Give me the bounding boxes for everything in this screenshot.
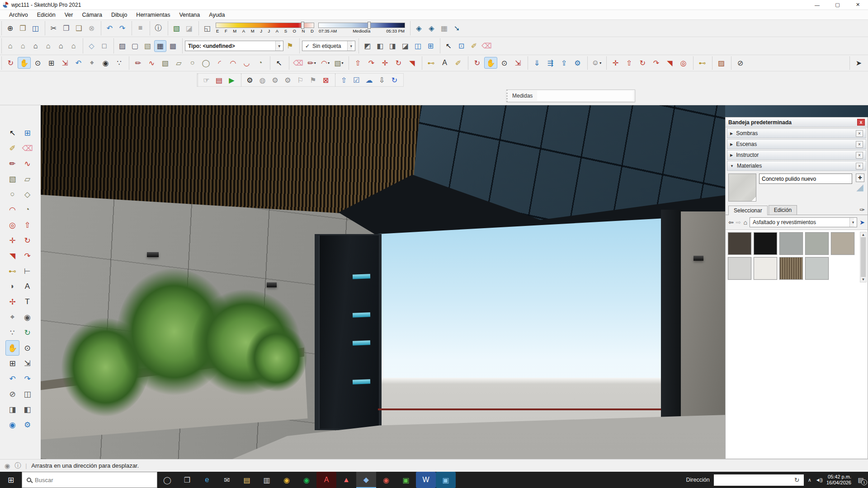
rotated-rectangle-tool[interactable]: ▱ <box>20 171 34 187</box>
maximize-button[interactable]: ▢ <box>827 0 848 9</box>
save-button[interactable]: ◫ <box>29 22 42 34</box>
material-swatch[interactable] <box>779 232 803 255</box>
classifier-boxes-button[interactable]: ▦ <box>438 22 450 34</box>
show-hidden-icons[interactable]: ∧ <box>808 477 811 483</box>
position-camera-button[interactable]: ⌖ <box>85 57 99 69</box>
render-stop-button[interactable]: ⊠ <box>320 74 332 86</box>
text-tool[interactable]: A <box>20 279 34 294</box>
offset-tool[interactable]: ◎ <box>5 217 19 233</box>
menu-item[interactable]: Herramientas <box>132 10 175 19</box>
tape-measure-button[interactable]: ⊷ <box>425 57 438 69</box>
render-camera-button[interactable]: ⚙ <box>244 74 256 86</box>
expand-arrow-icon[interactable]: ▶ <box>730 131 733 136</box>
interact-tool-button[interactable]: ☞ <box>200 74 212 86</box>
store-icon[interactable]: ▥ <box>257 472 277 488</box>
previous-view-tool[interactable]: ↶ <box>5 371 19 386</box>
new-button[interactable]: ⊕ <box>4 22 16 34</box>
position-camera-tool[interactable]: ⌖ <box>5 310 19 325</box>
geolocation-tool[interactable]: ◉ <box>5 417 19 432</box>
render-flag2-button[interactable]: ⚑ <box>307 74 319 86</box>
component-blue2-button[interactable]: ⊞ <box>425 40 437 52</box>
orbit-tool[interactable]: ↻ <box>20 325 34 340</box>
view-front-button[interactable]: ⌂ <box>29 40 42 52</box>
section-plane-tool[interactable]: ⊘ <box>5 386 19 402</box>
select-tool[interactable]: ↖ <box>5 125 19 141</box>
menu-item[interactable]: Ver <box>60 10 78 19</box>
classifier-select-button[interactable]: ◈ <box>413 22 425 34</box>
run-animation-button[interactable]: ▶ <box>226 74 238 86</box>
extensions-tool[interactable]: ⚙ <box>20 417 34 432</box>
acrobat-icon[interactable]: ▲ <box>336 472 356 488</box>
zoom-extents-button[interactable]: ⇲ <box>58 57 71 69</box>
zoom-button[interactable]: ⊙ <box>31 57 44 69</box>
edge-icon[interactable]: e <box>197 472 217 488</box>
tab-seleccionar[interactable]: Seleccionar <box>728 206 768 215</box>
push-pull-button[interactable]: ⇧ <box>351 57 364 69</box>
chevron-down-icon[interactable]: ▾ <box>347 41 352 51</box>
menu-item[interactable]: Dibujo <box>107 10 132 19</box>
menu-item[interactable]: Cámara <box>77 10 106 19</box>
zoom-extents-tool[interactable]: ⇲ <box>20 356 34 371</box>
delete-button[interactable]: ⊗ <box>85 22 98 34</box>
checkbox-button[interactable]: ☑ <box>350 74 363 86</box>
arc-tool[interactable]: ◠ <box>5 202 19 217</box>
line-menu-button[interactable]: ✏▾ <box>305 57 318 69</box>
create-material-button[interactable]: ✚ <box>856 174 864 182</box>
chrome-icon[interactable]: ◉ <box>277 472 297 488</box>
dimension-text-button[interactable]: A <box>438 57 451 69</box>
measurements-input[interactable] <box>537 91 633 101</box>
refresh-button[interactable]: ↻ <box>790 474 804 486</box>
spotify-icon[interactable]: ◉ <box>297 472 316 488</box>
warehouse-download-button[interactable]: ⇓ <box>530 57 543 69</box>
style-wireframe-button[interactable]: □ <box>98 40 110 52</box>
model-viewport[interactable] <box>41 105 725 459</box>
view-right-button[interactable]: ⌂ <box>42 40 54 52</box>
three-point-arc-button[interactable]: ◡ <box>240 57 253 69</box>
move-tool[interactable]: ✛ <box>5 233 19 248</box>
shadow-time-handle[interactable] <box>368 22 371 29</box>
task-view-icon[interactable]: ❒ <box>177 472 197 488</box>
cloud-upload-button[interactable]: ☁ <box>363 74 375 86</box>
section-display-tool[interactable]: ◫ <box>20 386 34 402</box>
copy-button[interactable]: ❐ <box>60 22 72 34</box>
component-mixed-button[interactable]: ◪ <box>399 40 411 52</box>
move-button[interactable]: ✛ <box>378 57 392 69</box>
details-view-button[interactable]: ➤ <box>859 219 865 226</box>
walk-tool[interactable]: ∵ <box>5 325 19 340</box>
open-button[interactable]: ❒ <box>17 22 29 34</box>
mail-icon[interactable]: ✉ <box>217 472 237 488</box>
scale-tool[interactable]: ◥ <box>5 248 19 263</box>
view-iso-button[interactable]: ⌂ <box>4 40 16 52</box>
rotate-button[interactable]: ↻ <box>392 57 405 69</box>
material-swatch[interactable] <box>728 257 751 280</box>
word-icon[interactable]: W <box>416 472 436 488</box>
two-point-arc-button[interactable]: ◠ <box>226 57 240 69</box>
material-swatch[interactable] <box>805 257 829 280</box>
component-solo-button[interactable]: ◩ <box>361 40 373 52</box>
material-swatch[interactable] <box>805 232 829 255</box>
close-button[interactable]: ✕ <box>848 0 868 9</box>
section-close-button[interactable]: × <box>856 130 863 137</box>
paint-bucket-tool[interactable]: ✐ <box>5 141 19 156</box>
extension-warehouse-button[interactable]: ⚙ <box>571 57 584 69</box>
tray-section-sombras[interactable]: ▶ Sombras × <box>727 128 866 138</box>
polygon-tool[interactable]: ◇ <box>20 187 34 202</box>
render-flag-button[interactable]: ⚐ <box>294 74 307 86</box>
tray-close-button[interactable]: x <box>857 119 865 126</box>
shadow-date-handle[interactable] <box>301 22 304 29</box>
chrome-icon-2[interactable]: ◉ <box>376 472 396 488</box>
toggle-terrain-button[interactable]: ◪ <box>183 22 195 34</box>
follow-me-tool-2[interactable]: ↷ <box>650 57 663 69</box>
material-category-dropdown[interactable]: Asfaltado y revestimientos ▾ <box>750 217 857 227</box>
scale-button[interactable]: ◥ <box>406 57 419 69</box>
zoom-tool[interactable]: ⊙ <box>20 340 34 356</box>
section-plane-button[interactable]: ⊘ <box>734 57 747 69</box>
scroll-up-icon[interactable]: ▲ <box>862 233 865 237</box>
volume-icon[interactable]: ◄)) <box>816 477 822 483</box>
sketchup-icon[interactable]: ◆ <box>356 472 376 488</box>
eraser-tool[interactable]: ⌫ <box>20 141 34 156</box>
zoom-window-button[interactable]: ⊞ <box>45 57 58 69</box>
material-swatch[interactable] <box>779 257 803 280</box>
adobe-icon[interactable]: A <box>316 472 336 488</box>
taskbar-search[interactable] <box>22 472 157 488</box>
